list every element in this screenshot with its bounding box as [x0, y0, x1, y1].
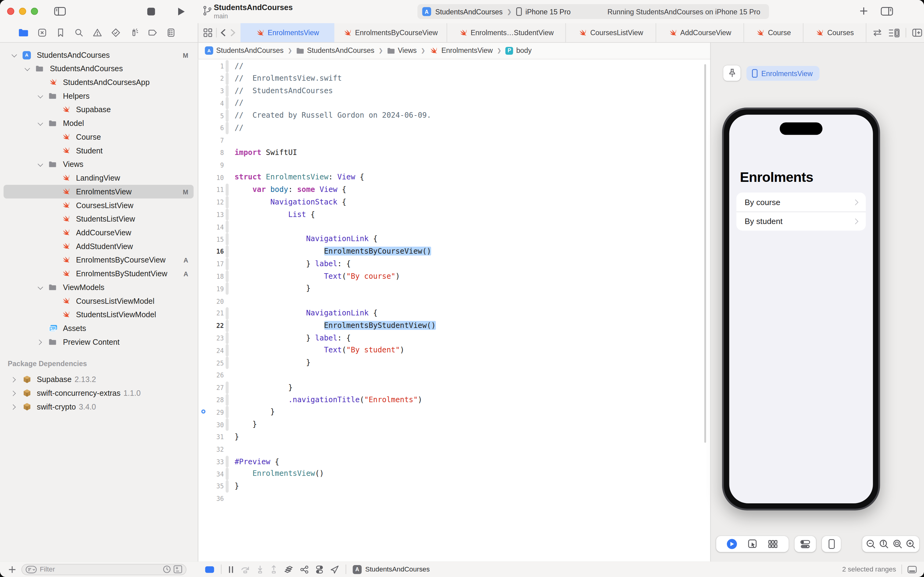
code-line-3[interactable]: 3// StudentsAndCourses [198, 85, 710, 97]
view-debugger-icon[interactable] [284, 565, 293, 574]
preview-target-pill[interactable]: EnrolmentsView [747, 66, 820, 81]
chevron-down-icon[interactable] [38, 94, 44, 98]
go-forward-icon[interactable] [230, 28, 236, 37]
source-control-status-icon[interactable] [173, 565, 182, 573]
pin-preview-button[interactable] [723, 65, 740, 81]
scheme-name[interactable]: StudentsAndCourses [435, 7, 503, 16]
sidebar-item-assets[interactable]: Assets [0, 321, 198, 335]
environment-overrides-icon[interactable] [316, 565, 324, 574]
sidebar-item-enrolmentsbystudentview[interactable]: EnrolmentsByStudentViewA [0, 267, 198, 280]
code-line-31[interactable]: 31} [198, 430, 710, 443]
step-into-icon[interactable] [257, 565, 264, 573]
sidebar-item-preview-content[interactable]: Preview Content [0, 335, 198, 349]
sidebar-item-supabase[interactable]: Supabase [0, 103, 198, 116]
sidebar-item-helpers[interactable]: Helpers [0, 89, 198, 103]
code-line-5[interactable]: 5// Created by Russell Gordon on 2024-06… [198, 110, 710, 122]
run-button[interactable] [176, 6, 186, 16]
sidebar-item-studentsandcourses[interactable]: StudentsAndCourses [0, 62, 198, 76]
code-line-6[interactable]: 6// [198, 122, 710, 134]
breadcrumb-item[interactable]: AStudentsAndCourses [205, 47, 283, 55]
pause-execution-icon[interactable] [228, 566, 234, 573]
code-line-4[interactable]: 4// [198, 97, 710, 110]
minimize-window-button[interactable] [19, 8, 26, 15]
code-line-30[interactable]: 30 } [198, 418, 710, 430]
test-navigator-icon[interactable] [111, 28, 121, 37]
zoom-fit-icon[interactable] [893, 539, 903, 549]
code-line-18[interactable]: 18 Text("By course") [198, 270, 710, 282]
variants-icon[interactable] [768, 539, 778, 549]
sidebar-item-studentsandcoursesapp[interactable]: StudentsAndCoursesApp [0, 76, 198, 89]
related-items-icon[interactable] [203, 28, 212, 37]
source-editor[interactable]: 1//2// EnrolmentsView.swift3// StudentsA… [198, 59, 710, 561]
code-line-16[interactable]: 16 EnrolmentsByCourseView() [198, 245, 710, 258]
code-line-15[interactable]: 15 NavigationLink { [198, 233, 710, 245]
code-line-22[interactable]: 22 EnrolmentsByStudentView() [198, 320, 710, 332]
code-line-7[interactable]: 7 [198, 134, 710, 147]
ios-list-row-by-student[interactable]: By student [736, 211, 866, 230]
chevron-right-icon[interactable] [12, 390, 18, 395]
editor-tab-addcourseview[interactable]: AddCourseView [656, 23, 744, 42]
editor-tab-courses[interactable]: Courses [803, 23, 866, 42]
code-line-35[interactable]: 35} [198, 480, 710, 492]
swap-editor-icon[interactable] [872, 28, 882, 37]
code-line-11[interactable]: 11 var body: some View { [198, 184, 710, 196]
live-preview-icon[interactable] [727, 539, 737, 549]
code-line-24[interactable]: 24 Text("By student") [198, 344, 710, 356]
zoom-window-button[interactable] [31, 8, 38, 15]
zoom-100-icon[interactable] [879, 539, 889, 549]
code-line-20[interactable]: 20 [198, 295, 710, 307]
sidebar-item-student[interactable]: Student [0, 144, 198, 158]
code-line-34[interactable]: 34 EnrolmentsView() [198, 468, 710, 480]
editor-tab-courseslistview[interactable]: CoursesListView [566, 23, 656, 42]
jump-bar[interactable]: AStudentsAndCourses❯StudentsAndCourses❯V… [198, 42, 710, 59]
new-tab-button[interactable] [859, 6, 868, 15]
chevron-down-icon[interactable] [38, 163, 44, 166]
sidebar-item-studentslistviewmodel[interactable]: StudentsListViewModel [0, 308, 198, 321]
breadcrumb-item[interactable]: Views [387, 47, 417, 55]
package-item-swift-crypto[interactable]: swift-crypto3.4.0 [0, 400, 198, 414]
recent-files-icon[interactable] [163, 565, 171, 573]
code-line-29[interactable]: 29 } [198, 406, 710, 418]
sidebar-item-model[interactable]: Model [0, 116, 198, 130]
toggle-right-sidebar-icon[interactable] [881, 6, 893, 16]
breadcrumb-item[interactable]: EnrolmentsView [430, 46, 493, 55]
go-back-icon[interactable] [220, 28, 226, 37]
chevron-right-icon[interactable] [38, 340, 44, 345]
destination-name[interactable]: iPhone 15 Pro [526, 7, 571, 16]
debug-hierarchy-icon[interactable] [300, 565, 309, 574]
sidebar-item-addstudentview[interactable]: AddStudentView [0, 240, 198, 253]
filter-field[interactable]: Filter [21, 564, 187, 575]
step-out-icon[interactable] [270, 565, 277, 573]
code-line-12[interactable]: 12 NavigationStack { [198, 196, 710, 208]
code-line-28[interactable]: 28 .navigationTitle("Enrolments") [198, 393, 710, 406]
stop-button[interactable] [146, 7, 156, 16]
code-line-32[interactable]: 32 [198, 443, 710, 455]
sidebar-item-enrolmentsview[interactable]: EnrolmentsViewM [0, 185, 198, 199]
code-line-10[interactable]: 10struct EnrolmentsView: View { [198, 171, 710, 184]
editor-scrollbar[interactable] [704, 64, 706, 443]
add-file-icon[interactable] [8, 566, 16, 573]
code-line-17[interactable]: 17 } label: { [198, 258, 710, 270]
code-line-19[interactable]: 19 } [198, 282, 710, 295]
toggle-debug-area-icon[interactable] [908, 566, 917, 573]
package-item-supabase[interactable]: Supabase2.13.2 [0, 372, 198, 386]
sidebar-item-studentsandcourses[interactable]: AStudentsAndCoursesM [0, 48, 198, 62]
editor-tab-enrolmentsbycourseview[interactable]: EnrolmentsByCourseView [334, 23, 447, 42]
issue-navigator-icon[interactable] [93, 28, 102, 37]
breakpoint-navigator-icon[interactable] [148, 28, 157, 37]
source-control-x-icon[interactable] [37, 28, 47, 37]
sidebar-item-enrolmentsbycourseview[interactable]: EnrolmentsByCourseViewA [0, 253, 198, 267]
sidebar-item-courseslistviewmodel[interactable]: CoursesListViewModel [0, 294, 198, 308]
activity-view[interactable]: A StudentsAndCourses ❯ iPhone 15 Pro Run… [417, 4, 769, 19]
device-settings-button[interactable] [794, 536, 816, 552]
sidebar-item-landingview[interactable]: LandingView [0, 171, 198, 185]
zoom-out-icon[interactable] [866, 539, 876, 549]
chevron-down-icon[interactable] [38, 285, 44, 289]
editor-tab-enrolmentsview[interactable]: EnrolmentsView [240, 23, 334, 42]
hide-debug-area-icon[interactable] [205, 566, 214, 573]
chevron-right-icon[interactable] [12, 405, 18, 409]
step-over-icon[interactable] [240, 565, 250, 573]
preview-device-button[interactable] [822, 536, 841, 552]
sidebar-item-courseslistview[interactable]: CoursesListView [0, 198, 198, 212]
sidebar-item-viewmodels[interactable]: ViewModels [0, 280, 198, 294]
